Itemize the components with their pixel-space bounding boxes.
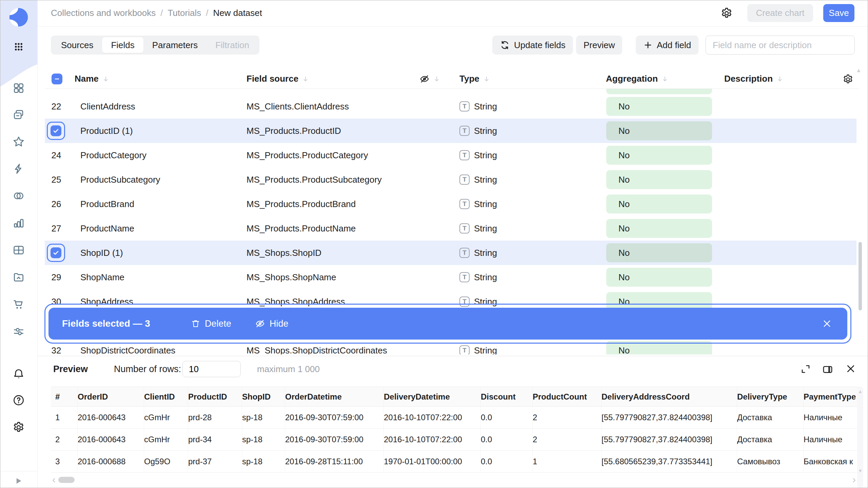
- breadcrumb-item[interactable]: Collections and workbooks: [51, 8, 156, 18]
- row-checkbox[interactable]: [47, 122, 65, 140]
- quick-actions-bolt-icon[interactable]: [12, 162, 25, 175]
- field-name[interactable]: ProductSubcategory: [80, 167, 160, 192]
- column-header-aggregation[interactable]: Aggregation: [606, 69, 669, 88]
- sort-arrow-icon: [776, 75, 784, 83]
- row-number[interactable]: 25: [48, 167, 64, 192]
- close-preview-icon[interactable]: [846, 364, 856, 374]
- field-source[interactable]: MS_Shops.ShopName: [246, 265, 336, 289]
- column-settings-gear-icon[interactable]: [842, 74, 854, 85]
- horizontal-scrollbar-thumb[interactable]: [58, 477, 75, 483]
- field-name[interactable]: ProductName: [80, 216, 134, 241]
- help-icon[interactable]: [12, 394, 25, 407]
- scroll-left-arrow[interactable]: ‹: [52, 475, 56, 485]
- field-source[interactable]: MS_Products.ProductName: [246, 216, 356, 241]
- column-header-name[interactable]: Name: [75, 69, 110, 88]
- charts-icon[interactable]: [12, 217, 25, 229]
- vertical-scrollbar-thumb[interactable]: [859, 242, 862, 310]
- column-header-hidden[interactable]: [419, 69, 440, 88]
- field-type[interactable]: TString: [459, 94, 497, 119]
- row-checkbox[interactable]: [47, 244, 65, 262]
- marketplace-cart-icon[interactable]: [12, 298, 25, 311]
- dataset-settings-gear-icon[interactable]: [720, 7, 733, 20]
- sort-arrow-icon: [661, 75, 669, 83]
- breadcrumb-separator: /: [160, 8, 163, 18]
- split-panel-icon[interactable]: [822, 364, 833, 375]
- row-number[interactable]: 22: [48, 94, 64, 119]
- preview-scroll-up-arrow[interactable]: ▲: [858, 389, 863, 394]
- add-field-button[interactable]: Add field: [636, 36, 698, 55]
- preview-cell: sp-18: [242, 451, 285, 472]
- aggregation-select[interactable]: No: [606, 195, 712, 214]
- aggregation-select[interactable]: No: [606, 268, 712, 287]
- hide-selected-button[interactable]: Hide: [255, 319, 289, 329]
- update-fields-button[interactable]: Update fields: [492, 36, 573, 55]
- preview-cell: cGmHr: [144, 407, 188, 428]
- connections-icon[interactable]: [12, 189, 25, 202]
- field-type[interactable]: TString: [459, 241, 497, 265]
- aggregation-select[interactable]: No: [606, 219, 712, 238]
- services-sliders-icon[interactable]: [12, 325, 25, 338]
- apps-grid-icon[interactable]: [13, 41, 25, 53]
- preview-column-header: PaymentType: [804, 387, 859, 406]
- collections-icon[interactable]: [12, 108, 25, 121]
- field-source[interactable]: MS_Products.ProductBrand: [246, 192, 356, 216]
- preview-cell: Банковская к: [804, 451, 859, 472]
- aggregation-select[interactable]: No: [606, 170, 712, 189]
- datasets-table-icon[interactable]: [12, 244, 25, 257]
- column-header-field-source[interactable]: Field source: [246, 69, 309, 88]
- select-all-checkbox[interactable]: [52, 74, 62, 84]
- field-source[interactable]: MS_Products.ProductCategory: [246, 143, 368, 167]
- save-button[interactable]: Save: [823, 4, 854, 22]
- row-number[interactable]: 24: [48, 143, 64, 167]
- preview-horizontal-scrollbar[interactable]: ‹ ›: [52, 475, 856, 485]
- storage-folder-icon[interactable]: [12, 271, 25, 284]
- breadcrumb-item[interactable]: Tutorials: [168, 8, 201, 18]
- row-number[interactable]: 27: [48, 216, 64, 241]
- datalens-logo-icon[interactable]: [9, 7, 28, 27]
- field-source[interactable]: MS_Shops.ShopID: [246, 241, 321, 265]
- aggregation-select[interactable]: No: [606, 97, 712, 116]
- row-number[interactable]: 26: [48, 192, 64, 216]
- scroll-right-arrow[interactable]: ›: [852, 475, 856, 485]
- field-type[interactable]: TString: [459, 265, 497, 289]
- field-search-input[interactable]: [706, 36, 855, 55]
- field-source[interactable]: MS_Products.ProductSubcategory: [246, 167, 382, 192]
- favorites-star-icon[interactable]: [12, 135, 25, 148]
- field-type[interactable]: TString: [459, 143, 497, 167]
- field-type[interactable]: TString: [459, 119, 497, 143]
- preview-button[interactable]: Preview: [576, 36, 622, 55]
- maximize-preview-icon[interactable]: [800, 364, 811, 374]
- field-name[interactable]: ProductCategory: [80, 143, 146, 167]
- settings-gear-icon[interactable]: [12, 421, 25, 434]
- field-name[interactable]: ProductBrand: [80, 192, 134, 216]
- field-type[interactable]: TString: [459, 216, 497, 241]
- field-name[interactable]: ShopName: [80, 265, 124, 289]
- rows-count-input[interactable]: [182, 361, 241, 377]
- preview-scroll-down-arrow[interactable]: ▼: [858, 468, 863, 473]
- tab-sources[interactable]: Sources: [52, 37, 102, 53]
- aggregation-select[interactable]: No: [606, 121, 712, 140]
- row-number[interactable]: 29: [48, 265, 64, 289]
- create-chart-button[interactable]: Create chart: [747, 4, 813, 22]
- column-header-type[interactable]: Type: [459, 69, 490, 88]
- aggregation-select[interactable]: No: [606, 243, 712, 262]
- delete-selected-button[interactable]: Delete: [191, 319, 231, 329]
- tab-fields[interactable]: Fields: [102, 37, 143, 53]
- field-name[interactable]: ShopID (1): [80, 241, 123, 265]
- selection-bar-focus-ring: Fields selected — 3 Delete Hide: [44, 304, 851, 344]
- close-selection-bar-icon[interactable]: [822, 319, 832, 328]
- scroll-up-arrow[interactable]: ▲: [856, 67, 862, 74]
- column-header-description[interactable]: Description: [724, 69, 784, 88]
- field-source[interactable]: MS_Products.ProductID: [246, 119, 341, 143]
- field-name[interactable]: ClientAddress: [80, 94, 135, 119]
- aggregation-select[interactable]: No: [606, 146, 712, 165]
- tab-parameters[interactable]: Parameters: [143, 37, 206, 53]
- field-name[interactable]: ProductID (1): [80, 119, 133, 143]
- notifications-bell-icon[interactable]: [12, 368, 25, 381]
- field-source[interactable]: MS_Clients.ClientAddress: [246, 94, 349, 119]
- preview-column-header: #: [55, 387, 78, 406]
- expand-sidebar-icon[interactable]: [14, 476, 24, 486]
- dashboards-icon[interactable]: [12, 82, 25, 95]
- field-type[interactable]: TString: [459, 192, 497, 216]
- field-type[interactable]: TString: [459, 167, 497, 192]
